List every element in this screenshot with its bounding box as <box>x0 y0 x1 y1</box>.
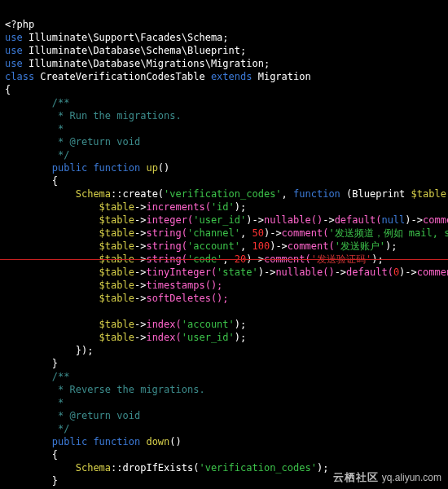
number: 20 <box>235 253 246 265</box>
brace: { <box>5 175 58 187</box>
table-var: $table <box>99 253 134 265</box>
comment-method: comment( <box>282 227 329 239</box>
doc-comment: */ <box>5 423 69 434</box>
arrow: -> <box>134 332 146 343</box>
nullable-method: nullable() <box>275 267 334 278</box>
string: 'account' <box>187 240 240 252</box>
string: 'code' <box>187 253 222 265</box>
default-method: default( <box>346 267 393 278</box>
number: 100 <box>252 240 270 252</box>
integer-method: integer( <box>146 214 193 226</box>
scope: ::create( <box>111 188 164 200</box>
tinyinteger-method: tinyInteger( <box>146 267 217 278</box>
table-var: $table <box>99 214 134 226</box>
namespace: Illuminate\Database\Migrations\Migration… <box>23 58 270 69</box>
increments-method: increments( <box>146 201 210 213</box>
function-keyword: function <box>87 436 146 447</box>
table-var: $table <box>411 188 446 200</box>
schema-class: Schema <box>76 462 111 474</box>
string-method: string( <box>146 253 187 265</box>
arrow: -> <box>134 214 146 226</box>
doc-comment: * Reverse the migrations. <box>5 384 205 395</box>
arrow: -> <box>252 214 263 226</box>
brace: { <box>5 449 58 460</box>
watermark: 云栖社区yq.aliyun.com <box>333 471 441 484</box>
comma: , <box>282 188 293 200</box>
dropifexists-method: ::dropIfExists( <box>111 462 199 474</box>
end: ); <box>371 253 383 265</box>
use-keyword: use <box>5 45 23 56</box>
doc-comment: * @return void <box>5 410 140 421</box>
brace: } <box>5 475 58 487</box>
struck-line: $table->string('code', 20)->comment('发送验… <box>5 253 443 266</box>
arrow: -> <box>134 319 146 330</box>
end: ); <box>235 201 246 213</box>
schema-class: Schema <box>76 188 111 200</box>
parens: () <box>169 436 181 447</box>
arrow: -> <box>323 214 334 226</box>
parens: () <box>158 162 169 174</box>
method-name-up: up <box>146 162 157 174</box>
string: 'user_id' <box>193 214 246 226</box>
table-var: $table <box>99 319 134 330</box>
end: ); <box>235 319 246 330</box>
arrow: -> <box>134 267 146 278</box>
use-keyword: use <box>5 58 23 69</box>
table-var: $table <box>99 227 134 239</box>
end: ); <box>385 240 397 252</box>
index-method: index( <box>146 319 181 330</box>
end: ); <box>235 332 246 343</box>
index-method: index( <box>146 332 181 343</box>
table-var: $table <box>99 240 134 252</box>
arrow: -> <box>264 267 275 278</box>
string: 'channel' <box>187 227 240 239</box>
watermark-url: yq.aliyun.com <box>382 472 441 483</box>
timestamps-method: timestamps(); <box>146 280 222 291</box>
string: 'verification_codes' <box>199 462 317 474</box>
parent-class: Migration <box>252 71 310 82</box>
arrow: -> <box>252 253 263 265</box>
watermark-cn: 云栖社区 <box>333 471 379 483</box>
nullable-method: nullable() <box>264 214 323 226</box>
doc-comment: * Run the migrations. <box>5 110 182 121</box>
number: 50 <box>252 227 263 239</box>
arrow: -> <box>411 214 423 226</box>
table-var: $table <box>99 280 134 291</box>
namespace: Illuminate\Support\Facades\Schema; <box>23 32 229 43</box>
php-open-tag: <?php <box>5 19 34 30</box>
arrow: -> <box>134 240 146 252</box>
string-method: string( <box>146 240 187 252</box>
comment-method: comment( <box>288 240 335 252</box>
arrow: -> <box>275 240 287 252</box>
class-keyword: class <box>5 71 34 82</box>
string: '发送验证码' <box>311 253 371 265</box>
table-var: $table <box>99 267 134 278</box>
use-keyword: use <box>5 32 23 43</box>
softdeletes-method: softDeletes(); <box>146 293 228 304</box>
extends-keyword: extends <box>211 71 253 82</box>
arrow: -> <box>405 267 416 278</box>
string: 'verification_codes' <box>164 188 282 200</box>
namespace: Illuminate\Database\Schema\Blueprint; <box>23 45 247 56</box>
function-keyword: function <box>87 162 146 174</box>
class-name: CreateVerificationCodesTable <box>34 71 211 82</box>
default-method: default( <box>335 214 382 226</box>
comment-method: comment( <box>417 267 448 278</box>
close-callback: }); <box>5 345 93 356</box>
public-keyword: public <box>52 436 87 447</box>
table-var: $table <box>99 332 134 343</box>
arrow: -> <box>270 227 281 239</box>
doc-comment: /** <box>5 97 69 108</box>
table-var: $table <box>99 201 134 213</box>
string: 'state' <box>217 267 258 278</box>
string: 'user_id' <box>182 332 235 343</box>
string-method: string( <box>146 227 187 239</box>
arrow: -> <box>134 227 146 239</box>
brace: { <box>5 84 11 95</box>
table-var: $table <box>99 293 134 304</box>
comment-method: comment( <box>423 214 448 226</box>
end: ); <box>317 462 328 474</box>
arrow: -> <box>134 253 146 265</box>
doc-comment: * <box>5 397 64 408</box>
comment-method: comment( <box>264 253 311 265</box>
